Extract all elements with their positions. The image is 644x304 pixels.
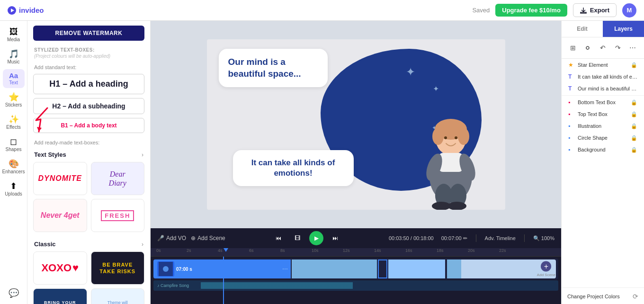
xoxo-label: XOXO♥ [41,262,79,274]
text-bubble-1[interactable]: Our mind is a beautiful space... [219,49,328,87]
ruler-mark-18s: 18s [437,248,444,253]
h2-text-button[interactable]: H2 – Add a subheading [33,98,144,114]
add-vo-button[interactable]: 🎤 Add VO [157,235,186,241]
classic-section-header[interactable]: Classic › [27,237,150,251]
play-button[interactable]: ▶ [309,231,323,245]
clip1-options-icon[interactable]: ⋯ [282,266,288,272]
change-project-colors-button[interactable]: Change Project Colors ⟳ [562,289,644,304]
redo-button[interactable]: ↷ [611,41,625,54]
bubble1-text: Our mind is a beautiful space... [228,57,301,79]
svg-point-6 [432,128,444,145]
tab-edit[interactable]: Edit [562,21,603,37]
change-colors-label: Change Project Colors [567,294,620,299]
layer-our-mind[interactable]: T Our mind is a beautiful spa... [564,83,642,94]
ruler-mark-0s: 0s [156,248,161,253]
dear-diary-label: DearDiary [109,170,126,188]
video-clip-5[interactable] [447,259,461,278]
remove-watermark-button[interactable]: REMOVE WATERMARK [33,26,144,41]
logo-text: invideo [19,6,44,14]
h1-text-button[interactable]: H1 – Add a heading [33,74,144,94]
brave-label: BE BRAVETAKE RISKS [99,261,135,275]
upgrade-button[interactable]: Upgrade fee $10/mo [495,4,567,17]
sidebar-item-uploads[interactable]: ⬆ Uploads [3,179,25,199]
layer-bottom-text-box[interactable]: ▪ Bottom Text Box 🔒 [564,97,642,108]
add-scene-toolbar-button[interactable]: ⊕ Add Scene [191,235,225,241]
lock-bg-icon: 🔒 [631,147,637,153]
ruler-mark-14s: 14s [374,248,381,253]
style-card-dynomite[interactable]: DYNOMITE [33,162,87,195]
layer-background[interactable]: ▪ Background 🔒 [564,144,642,155]
skip-back-button[interactable]: ⏮ [271,231,286,245]
video-track[interactable]: 07:00 s ⋯ + [153,259,558,279]
panel-toolbar: ⊞ ⭘ ↶ ↷ ⋯ [562,37,644,59]
classic-grid: XOXO♥ BE BRAVETAKE RISKS BRING YOURDREAM… [27,251,150,304]
filmstrip-button[interactable]: 🎞 [290,231,304,245]
circle-tool-button[interactable]: ⭘ [581,41,594,54]
classic-chevron-icon: › [142,241,143,248]
illustration-layer-icon: ▪ [568,123,575,129]
ruler-mark-16s: 16s [405,248,412,253]
text-bubble-2[interactable]: It can take all kinds of emotions! [233,150,354,186]
effects-icon: ✨ [9,115,19,124]
canvas[interactable]: ✦ ✦ ✦ Our mind is a beautiful space... I… [207,39,505,210]
adv-timeline-button[interactable]: Adv. Timeline [485,235,516,241]
logo: invideo [8,6,44,15]
add-scene-track-button[interactable]: + Add Scene [537,261,555,277]
audio-track: ♪ Campfire Song [153,280,558,291]
layers-list: ★ Star Element 🔒 T It can take all kinds… [562,59,644,286]
ruler-mark-6s: 6s [249,248,254,253]
sidebar-item-enhancers[interactable]: 🎨 Enhancers [3,157,25,177]
b1-text-button[interactable]: B1 – Add a body text [33,118,144,133]
stylized-section-title: STYLIZED TEXT-BOXES: [27,45,150,54]
style-card-never4get[interactable]: Never 4get [33,199,87,232]
grid-tool-button[interactable]: ⊞ [566,41,580,54]
sidebar-item-stickers[interactable]: ⭐ Stickers [3,90,25,110]
lock-star-icon: 🔒 [631,62,637,68]
layer-top-text-label: Top Text Box [578,111,628,117]
sidebar-item-music[interactable]: 🎵 Music [3,47,25,67]
classic-card-xoxo[interactable]: XOXO♥ [33,251,87,285]
video-clip-4[interactable] [388,259,445,278]
tab-layers[interactable]: Layers [603,21,644,37]
sidebar-item-effects[interactable]: ✨ Effects [3,112,25,133]
style-card-fresh[interactable]: FRESH [91,199,145,232]
classic-card-love[interactable]: Theme willbe applied... [91,288,145,304]
undo-button[interactable]: ↶ [596,41,609,54]
classic-card-brave[interactable]: BE BRAVETAKE RISKS [91,251,145,285]
layer-illustration[interactable]: ▪ Illustration 🔒 [564,120,642,132]
ruler-mark-2s: 2s [187,248,191,253]
export-button[interactable]: Export [573,3,617,17]
sidebar-item-shapes[interactable]: ◻ Shapes [3,134,25,155]
video-clip-1[interactable]: 07:00 s ⋯ [153,259,291,278]
clip-resize-handle[interactable] [378,259,387,278]
lock-bottom-icon: 🔒 [631,99,637,106]
lock-circle-icon: 🔒 [631,135,637,141]
style-card-dear-diary[interactable]: DearDiary [91,162,145,195]
skip-forward-button[interactable]: ⏭ [328,231,342,245]
layer-circle-label: Circle Shape [578,135,628,141]
sidebar-item-text[interactable]: Aa Text [3,69,25,88]
layer-star-element[interactable]: ★ Star Element 🔒 [564,59,642,71]
layer-top-text-box[interactable]: ▪ Top Text Box 🔒 [564,108,642,120]
ruler-mark-12s: 12s [343,248,350,253]
svg-point-16 [455,136,457,139]
box-layer-icon-1: ▪ [568,99,575,106]
ruler-mark-8s: 8s [280,248,285,253]
sidebar-item-media[interactable]: 🖼 Media [3,25,25,45]
layer-bottom-text-label: Bottom Text Box [578,99,628,105]
classic-card-dream[interactable]: BRING YOURDREAM LIVE [33,288,87,304]
change-colors-icon: ⟳ [633,293,638,300]
video-clip-2[interactable] [292,259,377,278]
more-options-button[interactable]: ⋯ [626,41,639,54]
text-styles-section-header[interactable]: Text Styles › [27,147,150,162]
sidebar-item-chat[interactable]: 💬 [3,286,25,300]
dream-label: BRING YOURDREAM LIVE [44,300,76,304]
layer-it-can-take[interactable]: T It can take all kinds of emo... [564,71,642,82]
chat-icon: 💬 [9,289,19,297]
text-layer-icon-1: T [568,73,575,80]
text-styles-chevron-icon: › [142,152,143,158]
ruler-mark-20s: 20s [468,248,475,253]
layer-circle-shape[interactable]: ▪ Circle Shape 🔒 [564,132,642,143]
saved-status: Saved [472,7,490,14]
audio-label: ♪ Campfire Song [157,283,189,288]
